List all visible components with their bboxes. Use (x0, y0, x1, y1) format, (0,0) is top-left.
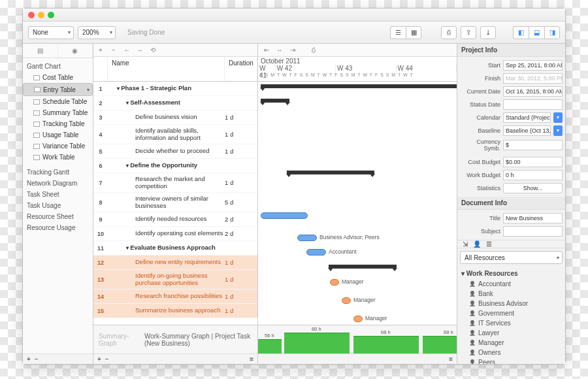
task-row-11[interactable]: 11Evaluate Business Approach (93, 241, 257, 255)
resource-filter-select[interactable]: All Resources (460, 251, 563, 264)
zoom-icon[interactable] (48, 12, 54, 18)
goto-end-button[interactable]: ⇥ (288, 46, 297, 54)
bar-task12[interactable] (330, 279, 339, 286)
task-row-9[interactable]: 9Identify needed resources2 d (93, 212, 257, 227)
grid-add-button[interactable]: + (97, 355, 101, 363)
outdent-button[interactable]: ← (122, 46, 131, 54)
sidebar-table-4[interactable]: Tracking Table (23, 118, 93, 129)
task-row-13[interactable]: 13Identify on-going business purchase op… (93, 270, 257, 289)
currency-field[interactable]: $ (503, 140, 563, 150)
status-date-field[interactable] (503, 99, 563, 110)
title-field[interactable]: New Business (503, 213, 563, 223)
resource-4[interactable]: IT Services (457, 318, 565, 328)
baseline-picker[interactable]: ▾ (553, 125, 563, 136)
goto-today-button[interactable]: ↔ (275, 46, 284, 54)
resource-0[interactable]: Accountant (457, 279, 565, 289)
bar-task8[interactable] (261, 212, 308, 219)
task-row-2[interactable]: 2Self-Assessment (93, 96, 257, 110)
task-row-10[interactable]: 10Identify operating cost elements2 d (93, 227, 257, 241)
sidebar-table-5[interactable]: Usage Table (23, 129, 93, 140)
nav-tab-views[interactable]: ▤ (23, 44, 58, 58)
nav-tab-filter[interactable]: ◉ (58, 44, 93, 58)
current-date-field[interactable]: Oct 16, 2015, 8:00 AM (503, 86, 563, 97)
col-name[interactable]: Name (108, 57, 225, 81)
sidebar-view-1[interactable]: Network Diagram (23, 178, 93, 189)
share-button[interactable]: ⇪ (461, 26, 476, 39)
gantt-print-button[interactable]: ⎙ (309, 46, 318, 54)
export-button[interactable]: ⤓ (480, 26, 496, 39)
prop-calendar: CalendarStandard (Project-C...▾ (457, 111, 565, 124)
remove-task-button[interactable]: − (109, 46, 118, 54)
work-budget-field[interactable]: 0 h (503, 170, 563, 180)
calendar-view-button[interactable]: ▦ (406, 26, 421, 39)
bar-task10[interactable] (306, 249, 326, 255)
left-panel-toggle[interactable]: ◧ (513, 26, 529, 39)
right-panel-toggle[interactable]: ◨ (544, 26, 560, 39)
task-row-1[interactable]: 1Phase 1 - Strategic Plan (93, 82, 257, 96)
close-icon[interactable] (28, 12, 35, 18)
task-row-5[interactable]: 5Decide whether to proceed1 d (93, 144, 257, 159)
task-row-4[interactable]: 4Identify available skills, information … (93, 125, 257, 144)
sidebar-table-2[interactable]: Schedule Table (23, 96, 93, 107)
task-row-6[interactable]: 6Define the Opportunity (93, 159, 257, 173)
grid-menu-button[interactable]: ≡ (250, 355, 253, 363)
baseline-field[interactable]: Baseline (Oct 13, 20... (503, 125, 551, 136)
bar-opportunity[interactable] (287, 171, 374, 174)
add-view-button[interactable]: + (27, 355, 31, 363)
resource-1[interactable]: Bank (457, 289, 565, 299)
grid-remove-button[interactable]: − (105, 355, 109, 363)
col-duration[interactable]: Duration (225, 57, 257, 81)
resources-header[interactable]: ▾ Work Resources (457, 268, 565, 279)
bar-task14[interactable] (353, 316, 363, 322)
zoom-select[interactable]: 200% (78, 26, 116, 39)
indent-button[interactable]: → (135, 46, 144, 54)
task-row-3[interactable]: 3Define business vision1 d (93, 110, 257, 125)
print-button[interactable]: ⎙ (441, 26, 457, 39)
sidebar-table-1[interactable]: Entry Table (23, 83, 93, 96)
resource-3[interactable]: Government (457, 308, 565, 318)
bar-task9[interactable] (297, 235, 317, 241)
inspector-tab-3[interactable]: ☰ (486, 240, 492, 248)
subject-field[interactable] (503, 226, 563, 237)
link-tasks-button[interactable]: ⟲ (148, 46, 157, 54)
task-row-15[interactable]: 15Summarize business approach1 d (93, 304, 257, 318)
goto-start-button[interactable]: ⇤ (262, 46, 271, 54)
resource-5[interactable]: Lawyer (457, 328, 565, 338)
sidebar-table-7[interactable]: Work Table (23, 152, 93, 163)
bar-evaluate[interactable] (329, 265, 397, 269)
inspector-tab-1[interactable]: ⇲ (463, 240, 468, 248)
task-row-7[interactable]: 7Research the market and competition1 d (93, 173, 257, 193)
sidebar-view-4[interactable]: Resource Sheet (23, 211, 93, 222)
bar-self-assessment[interactable] (261, 99, 289, 103)
sidebar-table-6[interactable]: Variance Table (23, 140, 93, 152)
sidebar-view-2[interactable]: Task Sheet (23, 189, 93, 200)
resource-7[interactable]: Owners (457, 348, 565, 357)
add-task-button[interactable]: + (96, 46, 105, 54)
task-row-14[interactable]: 14Research franchise possibilities1 d (93, 289, 257, 304)
bottom-panel-toggle[interactable]: ⬓ (529, 26, 544, 39)
bar-phase1[interactable] (261, 84, 457, 88)
task-row-8[interactable]: 8Interview owners of similar businesses5… (93, 193, 257, 212)
sidebar-view-0[interactable]: Tracking Gantt (23, 167, 93, 178)
gantt-canvas[interactable]: OwnersBusiness Advisor; PeersAccountantM… (258, 82, 457, 325)
sidebar-table-0[interactable]: Cost Table (23, 72, 93, 83)
cost-budget-field[interactable]: $0.00 (503, 157, 563, 167)
sidebar-view-3[interactable]: Task Usage (23, 200, 93, 211)
list-view-button[interactable]: ☰ (390, 26, 406, 39)
resource-8[interactable]: Peers (457, 357, 565, 364)
statistics-button[interactable]: Show... (503, 183, 563, 193)
minimize-icon[interactable] (38, 12, 44, 18)
sidebar-table-3[interactable]: Summary Table (23, 107, 93, 118)
remove-view-button[interactable]: − (35, 355, 39, 363)
start-field[interactable]: Sep 25, 2011, 8:00 AM (503, 60, 563, 71)
calendar-field[interactable]: Standard (Project-C... (503, 112, 551, 123)
resource-2[interactable]: Business Advisor (457, 299, 565, 308)
view-select[interactable]: None (28, 26, 74, 39)
calendar-picker[interactable]: ▾ (553, 112, 563, 123)
inspector-tab-2[interactable]: 👤 (473, 240, 481, 248)
gantt-menu-button[interactable]: ≡ (449, 355, 453, 363)
resource-6[interactable]: Manager (457, 338, 565, 348)
bar-task13[interactable] (342, 297, 351, 304)
sidebar-view-5[interactable]: Resource Usage (23, 222, 93, 233)
task-row-12[interactable]: 12Define new entity requirements1 d (93, 255, 257, 270)
